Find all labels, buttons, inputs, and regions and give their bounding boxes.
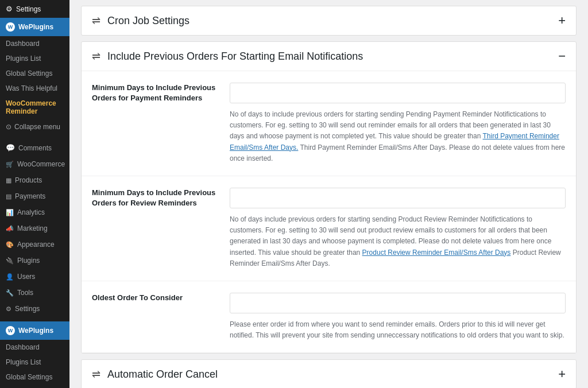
minimum-days-review-input[interactable] <box>230 188 566 208</box>
product-review-link[interactable]: Product Review Reminder Email/Sms After … <box>362 249 511 257</box>
sidebar-item-appearance[interactable]: 🎨 Appearance <box>0 236 69 253</box>
include-previous-orders-toggle[interactable]: − <box>558 50 566 63</box>
users-icon: 👤 <box>6 273 14 281</box>
sidebar-bottom-link-plugins-list[interactable]: Plugins List <box>0 355 69 370</box>
collapse-icon: ⊙ <box>6 123 11 131</box>
sidebar-settings-top[interactable]: ⚙ Settings <box>0 0 69 18</box>
automatic-order-cancel-header[interactable]: ⇌ Automatic Order Cancel + <box>82 360 576 388</box>
include-previous-orders-header[interactable]: ⇌ Include Previous Orders For Starting E… <box>82 42 576 71</box>
products-icon: ▦ <box>6 177 11 184</box>
sidebar-settings-label: Settings <box>16 5 41 13</box>
review-description: No of days include previous orders for s… <box>230 214 566 269</box>
settings-icon: ⚙ <box>6 305 11 313</box>
sidebar-item-settings[interactable]: ⚙ Settings <box>0 301 69 317</box>
sidebar-item-products[interactable]: ▦ Products <box>0 172 69 188</box>
tools-icon: 🔧 <box>6 289 14 297</box>
comment-icon: 💬 <box>6 143 15 152</box>
cron-job-toggle[interactable]: + <box>558 14 566 27</box>
sidebar-item-payments[interactable]: ▤ Payments <box>0 188 69 204</box>
brand-name-top: WePlugins <box>18 23 53 31</box>
appearance-icon: 🎨 <box>6 241 14 249</box>
settings-row-review: Minimum Days to Include Previous Orders … <box>82 176 576 281</box>
payment-label: Minimum Days to Include Previous Orders … <box>92 83 218 103</box>
sidebar-item-woocommerce[interactable]: 🛒 WooCommerce <box>0 156 69 172</box>
oldest-order-label: Oldest Order To Consider <box>92 293 218 303</box>
sidebar-link-woocommerce-reminder[interactable]: WooCommerce Reminder <box>0 96 69 119</box>
cron-job-section: ⇌ Cron Job Settings + <box>81 6 577 36</box>
cron-job-header[interactable]: ⇌ Cron Job Settings + <box>82 6 576 35</box>
oldest-order-content-col: Please enter order id from where you wan… <box>230 293 566 341</box>
include-previous-orders-body: Minimum Days to Include Previous Orders … <box>82 71 576 353</box>
sidebar-item-users[interactable]: 👤 Users <box>0 269 69 285</box>
sidebar-item-analytics[interactable]: 📊 Analytics <box>0 204 69 220</box>
oldest-order-description: Please enter order id from where you wan… <box>230 319 566 341</box>
minimum-days-payment-input[interactable] <box>230 83 566 103</box>
include-orders-sliders-icon: ⇌ <box>92 50 100 63</box>
review-label-col: Minimum Days to Include Previous Orders … <box>92 188 218 269</box>
payments-icon: ▤ <box>6 193 11 200</box>
sidebar-brand-bottom: W WePlugins <box>0 321 69 340</box>
sidebar-item-comments[interactable]: 💬 Comments <box>0 139 69 156</box>
payment-content-col: No of days to include previous orders fo… <box>230 83 566 164</box>
include-previous-orders-title: Include Previous Orders For Starting Ema… <box>107 51 551 63</box>
marketing-icon: 📣 <box>6 225 14 232</box>
sidebar-link-dashboard[interactable]: Dashboard <box>0 36 69 51</box>
sidebar: ⚙ Settings W WePlugins Dashboard Plugins… <box>0 0 69 388</box>
sidebar-link-plugins-list[interactable]: Plugins List <box>0 51 69 66</box>
sidebar-bottom-link-dashboard[interactable]: Dashboard <box>0 340 69 355</box>
sidebar-item-tools[interactable]: 🔧 Tools <box>0 285 69 301</box>
automatic-order-cancel-sliders-icon: ⇌ <box>92 368 100 381</box>
settings-gear-icon: ⚙ <box>6 5 13 13</box>
wp-logo-bottom-icon: W <box>6 326 15 335</box>
sidebar-link-global-settings[interactable]: Global Settings <box>0 66 69 81</box>
include-previous-orders-section: ⇌ Include Previous Orders For Starting E… <box>81 41 577 354</box>
sidebar-item-plugins[interactable]: 🔌 Plugins <box>0 253 69 269</box>
automatic-order-cancel-section: ⇌ Automatic Order Cancel + <box>81 359 577 388</box>
cron-job-sliders-icon: ⇌ <box>92 14 100 27</box>
sidebar-bottom-link-was-this-helpful[interactable]: Was This Helpful <box>0 385 69 388</box>
automatic-order-cancel-title: Automatic Order Cancel <box>107 368 551 381</box>
review-label: Minimum Days to Include Previous Orders … <box>92 188 218 208</box>
settings-row-payment: Minimum Days to Include Previous Orders … <box>82 71 576 176</box>
settings-row-oldest-order: Oldest Order To Consider Please enter or… <box>82 281 576 353</box>
automatic-order-cancel-toggle[interactable]: + <box>558 368 566 381</box>
oldest-order-input[interactable] <box>230 293 566 313</box>
payment-description: No of days to include previous orders fo… <box>230 109 566 164</box>
main-content: ⇌ Cron Job Settings + ⇌ Include Previous… <box>69 0 588 388</box>
collapse-menu-button[interactable]: ⊙ Collapse menu <box>0 119 69 135</box>
sidebar-brand-top: W WePlugins <box>0 18 69 36</box>
payment-label-col: Minimum Days to Include Previous Orders … <box>92 83 218 164</box>
sidebar-item-marketing[interactable]: 📣 Marketing <box>0 220 69 236</box>
sidebar-link-was-this-helpful[interactable]: Was This Helpful <box>0 81 69 96</box>
cron-job-title: Cron Job Settings <box>107 15 551 27</box>
review-content-col: No of days include previous orders for s… <box>230 188 566 269</box>
sidebar-bottom-link-global-settings[interactable]: Global Settings <box>0 370 69 385</box>
brand-name-bottom: WePlugins <box>18 327 53 335</box>
woocommerce-icon: 🛒 <box>6 161 14 168</box>
plugins-icon: 🔌 <box>6 257 14 265</box>
analytics-icon: 📊 <box>6 209 14 216</box>
oldest-order-label-col: Oldest Order To Consider <box>92 293 218 341</box>
wp-logo-icon: W <box>6 22 15 32</box>
